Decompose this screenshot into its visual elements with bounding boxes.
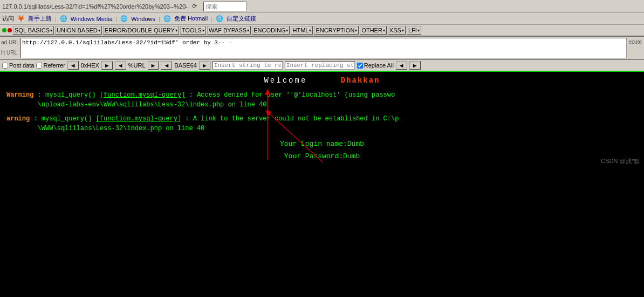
bookmark-icon4: 🌐 [216,15,223,22]
bookmark-new-user[interactable]: 新手上路 [28,15,52,23]
bookmark-custom-link[interactable]: 自定义链接 [227,15,256,23]
warning-block-1: Warning : mysql_query() [function.mysql-… [6,90,638,110]
warning1-link[interactable]: [function.mysql-query] [100,91,185,99]
left-arrow-icon: ◄ [70,62,76,69]
encryption-menu[interactable]: ENCRYPTION▾ [314,26,359,35]
main-content: Welcome Dhakkan Warning : mysql_query() … [0,72,644,167]
warning2-path: \WWW\sqliilabs\Less-32\index.php on line… [6,125,204,132]
oxhex-left-btn[interactable]: ◄ [67,61,79,70]
other-menu[interactable]: OTHER▾ [360,26,387,35]
insert-string-input[interactable] [213,61,283,70]
refresh-icon[interactable]: ⟳ [190,2,199,10]
oxhex-label: 0xHEX [81,62,99,69]
csdn-watermark: CSDN @浅*默 [601,157,640,165]
html-menu[interactable]: HTML▾ [291,26,313,35]
bookmark-sep2: | [116,16,118,22]
warning2-text: : A link to the server could not be esta… [185,115,399,123]
login-password: Your Password:Dumb [6,150,638,163]
hackbar-bottom-controls: Post data Referrer ◄ 0xHEX ► ◄ %URL ► ◄ … [0,60,644,72]
warning1-text: : Access denied for user ''@'localhost' … [189,91,395,99]
hackbar-labels: ad URL lit URL [1,38,19,58]
bookmark-icon2: 🌐 [120,15,128,22]
warning1-func: mysql_query() [45,91,100,99]
replace-go-left-btn[interactable]: ◄ [396,61,407,70]
base64-label: BASE64 [174,62,197,69]
bookmark-windows[interactable]: Windows [131,16,155,22]
post-data-checkbox-label[interactable]: Post data [2,62,34,69]
bookmark-icon3: 🌐 [163,15,171,22]
bookmark-windows-media[interactable]: Windows Media [71,16,113,22]
browser-search-input[interactable] [203,2,246,11]
status-green-dot [2,28,6,32]
login-info: Your Login name:Dumb Your Password:Dumb [6,138,638,163]
right-arrow2-icon: ► [150,62,156,69]
referrer-checkbox-label[interactable]: Referrer [36,62,65,69]
right-arrow3-icon: ► [202,62,208,69]
percenturl-label: %URL [128,62,146,69]
post-data-label: Post data [9,62,34,69]
replace-all-label: Replace All [364,62,394,69]
load-url-label: ad URL [1,38,19,48]
xss-menu[interactable]: XSS▾ [388,26,406,35]
bookmark-icon1: 🌐 [60,15,67,22]
referrer-label: Referrer [43,62,65,69]
sql-basics-menu[interactable]: SQL BASICS▾ [13,26,54,35]
split-url-label: lit URL [1,48,19,58]
warning1-path: \upload-labs-env\WWW\sqliilabs\Less-32\i… [6,101,266,109]
oxhex-right-btn[interactable]: ► [101,61,113,70]
right-arrow4-icon: ► [412,62,418,69]
hackbar-url-textarea[interactable]: http://127.0.0.1/sqliilabs/Less-32/?id=1… [20,38,627,58]
bookmark-hotmail[interactable]: 免费 Hotmail [174,15,208,23]
browser-bar: 127.0.0.1/sqliilabs/Less-32/?id=1%df%27%… [0,0,644,13]
encoding-menu[interactable]: ENCODING▾ [252,26,290,35]
browser-url-label: 127.0.0.1/sqliilabs/Less-32/?id=1%df%27%… [2,3,188,10]
bookmark-sep1: | [55,16,57,22]
warning2-label: arning [6,115,30,123]
bookmark-visit-label: 访问 [2,15,14,23]
base64-left-btn[interactable]: ◄ [161,61,172,70]
percenturl-left-btn[interactable]: ◄ [115,61,126,70]
warning2-func: mysql_query() [42,115,96,123]
lfi-menu[interactable]: LFI▾ [407,26,421,35]
replace-all-checkbox[interactable] [357,63,363,69]
right-arrow-icon: ► [104,62,110,69]
warning1-label: Warning [6,91,33,99]
tools-menu[interactable]: TOOLS▾ [180,26,206,35]
base64-right-btn[interactable]: ► [199,61,210,70]
replace-go-right-btn[interactable]: ► [409,61,421,70]
bookmark-sep3: | [159,16,160,22]
bookmarks-bar: 访问 🦊 新手上路 | 🌐 Windows Media | 🌐 Windows … [0,13,644,25]
dhakkan-text: Dhakkan [341,76,380,85]
warning2-colon: : [33,115,41,123]
warning1-colon: : [38,91,45,99]
bookmark-sep4: | [211,16,213,22]
status-red-dot [8,28,12,32]
replace-all-checkbox-label[interactable]: Replace All [357,62,394,69]
hackbar-url-area: ad URL lit URL http://127.0.0.1/sqliilab… [0,37,644,60]
union-based-menu[interactable]: UNION BASED▾ [55,26,102,35]
post-data-checkbox[interactable] [2,63,8,69]
left-arrow4-icon: ◄ [399,62,405,69]
welcome-text: Welcome [264,76,307,85]
execute-button[interactable]: ecute [628,38,643,58]
login-name: Your Login name:Dumb [6,138,638,150]
percenturl-right-btn[interactable]: ► [148,61,159,70]
left-arrow3-icon: ◄ [163,62,169,69]
referrer-checkbox[interactable] [36,63,42,69]
waf-bypass-menu[interactable]: WAF BYPASS▾ [207,26,251,35]
error-double-query-menu[interactable]: ERROR/DOUBLE QUERY▾ [103,26,179,35]
insert-replacing-input[interactable] [285,61,355,70]
welcome-line: Welcome Dhakkan [6,76,638,85]
hackbar-main-toolbar: SQL BASICS▾ UNION BASED▾ ERROR/DOUBLE QU… [0,25,644,37]
warning2-link[interactable]: [function.mysql-query] [96,115,181,123]
bookmark-firefox-icon: 🦊 [17,15,25,22]
warning-block-2: arning : mysql_query() [function.mysql-q… [6,114,638,133]
left-arrow2-icon: ◄ [118,62,124,69]
